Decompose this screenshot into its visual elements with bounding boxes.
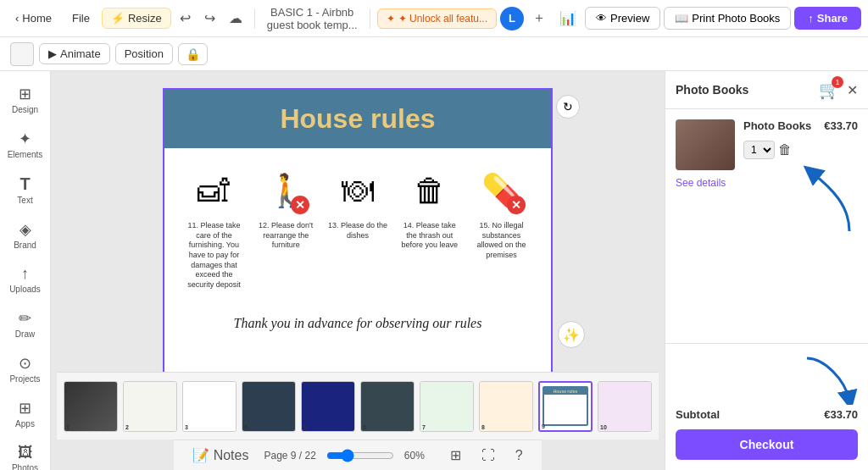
elements-icon: ✦ — [19, 130, 31, 148]
separator — [254, 8, 255, 29]
page-content: 🛋 11. Please take care of the furnishing… — [164, 148, 551, 372]
canvas-bottom: 📝 Notes Page 9 / 22 60% ⊞ ⛶ ? — [174, 440, 542, 470]
animate-button[interactable]: ▶ Animate — [39, 43, 110, 64]
thumbnail-6[interactable]: 6 — [360, 381, 415, 432]
sidebar-item-elements[interactable]: ✦ Elements — [3, 123, 47, 166]
product-price: €33.70 — [824, 119, 858, 132]
rule-icon-12: 🚶 ✕ — [260, 165, 311, 216]
eye-icon: 👁 — [596, 12, 607, 25]
rule-item-11: 🛋 11. Please take care of the furnishing… — [181, 165, 247, 290]
lock-button[interactable]: 🔒 — [178, 43, 208, 65]
rule-item-15: 💊 ✕ 15. No illegal substances allowed on… — [469, 165, 534, 290]
sidebar-item-apps[interactable]: ⊞ Apps — [3, 392, 47, 435]
share-button[interactable]: ↑ Share — [794, 7, 861, 30]
redo-button[interactable]: ↪ — [199, 7, 220, 30]
canvas-scroll[interactable]: House rules 🛋 11. Please take care of th… — [51, 71, 665, 372]
magic-button[interactable]: ✨ — [558, 321, 585, 348]
canvas-page: House rules 🛋 11. Please take care of th… — [163, 88, 553, 372]
color-picker[interactable] — [10, 42, 34, 66]
animate-icon: ▶ — [48, 47, 57, 60]
refresh-button[interactable]: ↻ — [556, 95, 580, 119]
thumbnail-5[interactable]: 5 — [301, 381, 355, 432]
thumbnail-9[interactable]: House rules 9 — [538, 381, 593, 432]
panel-footer: Subtotal €33.70 Checkout — [665, 343, 868, 470]
rule-icon-11: 🛋 — [188, 165, 239, 216]
rules-grid: 🛋 11. Please take care of the furnishing… — [181, 165, 534, 290]
thumbnail-7[interactable]: 7 — [420, 381, 474, 432]
home-button[interactable]: ‹ Home — [7, 8, 60, 28]
right-panel: Photo Books 🛒 1 ✕ Photo Books €33.70 — [665, 71, 868, 470]
rule-icon-14: 🗑 — [404, 165, 455, 216]
delete-product-button[interactable]: 🗑 — [778, 142, 792, 158]
panel-header: Photo Books 🛒 1 ✕ — [665, 71, 868, 109]
thumbnail-3[interactable]: 3 — [182, 381, 236, 432]
sidebar-item-projects[interactable]: ⊙ Projects — [3, 347, 47, 390]
unlock-button[interactable]: ✦ ✦ Unlock all featu... — [377, 8, 497, 29]
sofa-icon: 🛋 — [198, 173, 230, 209]
quantity-select[interactable]: 1 2 3 — [743, 141, 775, 159]
sidebar-item-design[interactable]: ⊞ Design — [3, 78, 47, 121]
thumbnail-10[interactable]: 10 — [598, 381, 652, 432]
arrow-down-right-svg — [798, 354, 858, 405]
thumbnail-8[interactable]: 8 — [479, 381, 533, 432]
subtotal-row: Subtotal €33.70 — [676, 408, 858, 421]
product-thumbnail — [676, 119, 735, 170]
thumbnail-1[interactable]: 1 — [64, 381, 118, 432]
sidebar-item-uploads[interactable]: ↑ Uploads — [3, 258, 47, 301]
product-row: Photo Books €33.70 1 2 3 🗑 — [676, 119, 858, 170]
product-quantity-row: 1 2 3 🗑 — [743, 141, 858, 159]
sidebar-item-photos[interactable]: 🖼 Photos — [3, 437, 47, 470]
trash-icon: 🗑 — [414, 173, 446, 209]
no-badge-12: ✕ — [291, 196, 309, 214]
sidebar-item-draw[interactable]: ✏ Draw — [3, 302, 47, 346]
thumbnail-4[interactable]: 4 — [242, 381, 296, 432]
topbar: ‹ Home File ⚡ Resize ↩ ↪ ☁ BASIC 1 - Air… — [0, 0, 868, 37]
resize-button[interactable]: ⚡ Resize — [102, 8, 171, 29]
checkout-button[interactable]: Checkout — [676, 429, 858, 460]
resize-icon: ⚡ — [111, 12, 125, 25]
toolbar2: ▶ Animate Position 🔒 — [0, 37, 868, 71]
panel-close-button[interactable]: ✕ — [847, 82, 858, 98]
help-button[interactable]: ? — [510, 445, 528, 467]
cart-wrapper: 🛒 1 — [819, 80, 840, 100]
subtotal-value: €33.70 — [824, 408, 858, 421]
book-icon: 📖 — [675, 12, 688, 25]
zoom-slider[interactable] — [326, 449, 394, 462]
rule-icon-13: 🍽 — [332, 165, 383, 216]
canvas-area: House rules 🛋 11. Please take care of th… — [51, 71, 665, 470]
projects-icon: ⊙ — [19, 354, 31, 373]
design-icon: ⊞ — [19, 85, 31, 103]
thank-you-text: Thank you in advance for observing our r… — [181, 307, 534, 340]
chevron-left-icon: ‹ — [15, 12, 19, 25]
apps-icon: ⊞ — [19, 399, 31, 417]
page-title: House rules — [178, 103, 537, 135]
sidebar-item-brand[interactable]: ◈ Brand — [3, 213, 47, 257]
draw-icon: ✏ — [19, 309, 31, 328]
document-title: BASIC 1 - Airbnb guest book temp... — [262, 6, 363, 31]
brand-icon: ◈ — [19, 220, 31, 239]
product-image — [676, 119, 735, 170]
file-button[interactable]: File — [64, 8, 98, 28]
separator2 — [370, 8, 370, 29]
uploads-icon: ↑ — [21, 265, 29, 283]
stats-button[interactable]: 📊 — [554, 7, 581, 30]
add-user-button[interactable]: ＋ — [527, 6, 551, 30]
grid-view-button[interactable]: ⊞ — [445, 444, 466, 467]
page-header: House rules — [164, 90, 551, 148]
fullscreen-button[interactable]: ⛶ — [476, 445, 500, 467]
sidebar-item-text[interactable]: T Text — [3, 168, 47, 212]
preview-button[interactable]: 👁 Preview — [585, 7, 660, 30]
thumbnail-2[interactable]: 2 — [123, 381, 177, 432]
rule-icon-15: 💊 ✕ — [476, 165, 527, 216]
avatar[interactable]: L — [500, 7, 524, 30]
print-button[interactable]: 📖 Print Photo Books — [664, 7, 791, 30]
position-button[interactable]: Position — [115, 43, 173, 64]
no-badge-15: ✕ — [507, 196, 526, 214]
notes-toggle-button[interactable]: 📝 Notes — [187, 444, 253, 467]
main-layout: ⊞ Design ✦ Elements T Text ◈ Brand ↑ Upl… — [0, 71, 868, 470]
rule-item-12: 🚶 ✕ 12. Please don't rearrange the furni… — [253, 165, 319, 290]
cloud-button[interactable]: ☁ — [224, 7, 248, 30]
product-info: Photo Books €33.70 1 2 3 🗑 — [743, 119, 858, 159]
cart-badge: 1 — [832, 76, 843, 88]
undo-button[interactable]: ↩ — [175, 7, 196, 30]
